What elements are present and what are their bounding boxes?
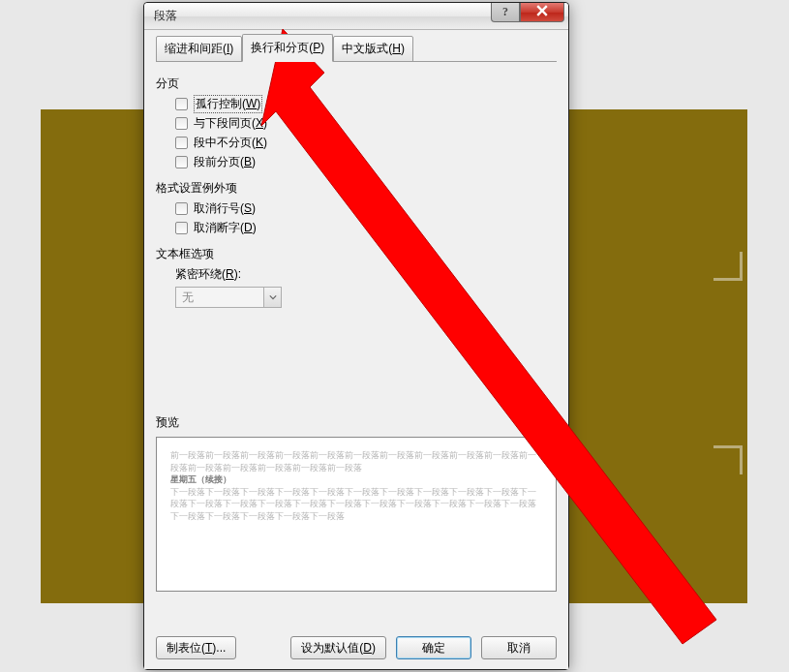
preview-current-text: 星期五（续接） xyxy=(170,473,542,486)
tab-indent-spacing[interactable]: 缩进和间距(I) xyxy=(156,36,242,62)
tab-line-page-breaks[interactable]: 换行和分页(P) xyxy=(242,34,333,62)
checkbox-keep-with-next-row[interactable]: 与下段同页(X) xyxy=(175,115,557,132)
paragraph-dialog: 段落 ? 缩进和间距(I) 换行和分页(P) 中文版式(H) xyxy=(143,2,569,670)
dialog-title: 段落 xyxy=(154,8,177,24)
checkbox-keep-lines-together[interactable] xyxy=(175,137,188,149)
dialog-body: 缩进和间距(I) 换行和分页(P) 中文版式(H) 分页 孤行控制(W) 与下段… xyxy=(144,30,568,669)
checkbox-page-break-before-row[interactable]: 段前分页(B) xyxy=(175,154,557,170)
group-format-exceptions-label: 格式设置例外项 xyxy=(156,180,557,197)
checkbox-widow-control-row[interactable]: 孤行控制(W) xyxy=(175,96,557,112)
crop-mark-bottom-right xyxy=(713,445,743,474)
crop-mark-top-right xyxy=(713,252,743,281)
checkbox-no-hyphenation-row[interactable]: 取消断字(D) xyxy=(175,220,557,236)
set-default-button[interactable]: 设为默认值(D) xyxy=(290,636,386,659)
tab-asian-typography[interactable]: 中文版式(H) xyxy=(333,36,413,62)
tabstops-button[interactable]: 制表位(T)... xyxy=(156,636,236,659)
preview-box: 前一段落前一段落前一段落前一段落前一段落前一段落前一段落前一段落前一段落前一段落… xyxy=(156,437,557,592)
tab-content: 分页 孤行控制(W) 与下段同页(X) 段中不分页(K) 段前分页(B) 格式设… xyxy=(156,61,557,625)
tight-wrap-dropdown-button[interactable] xyxy=(264,287,282,308)
help-button[interactable]: ? xyxy=(491,3,520,22)
checkbox-suppress-line-numbers-row[interactable]: 取消行号(S) xyxy=(175,200,557,217)
dialog-footer: 制表位(T)... 设为默认值(D) 确定 取消 xyxy=(156,636,557,659)
tight-wrap-dropdown[interactable]: 无 xyxy=(175,287,282,308)
close-icon xyxy=(536,5,548,19)
checkbox-keep-with-next[interactable] xyxy=(175,117,188,130)
checkbox-widow-control[interactable] xyxy=(175,98,188,110)
checkbox-no-hyphenation[interactable] xyxy=(175,222,188,234)
group-textbox-options-label: 文本框选项 xyxy=(156,246,557,262)
checkbox-page-break-before[interactable] xyxy=(175,156,188,168)
ok-button[interactable]: 确定 xyxy=(396,636,471,659)
group-pagination-label: 分页 xyxy=(156,76,557,92)
chevron-down-icon xyxy=(269,290,277,304)
tight-wrap-value: 无 xyxy=(175,287,264,308)
preview-label: 预览 xyxy=(156,414,557,431)
preview-after-text: 下一段落下一段落下一段落下一段落下一段落下一段落下一段落下一段落下一段落下一段落… xyxy=(170,486,542,523)
close-button[interactable] xyxy=(520,3,564,22)
tab-strip: 缩进和间距(I) 换行和分页(P) 中文版式(H) xyxy=(156,36,557,62)
help-icon: ? xyxy=(502,5,508,19)
titlebar[interactable]: 段落 ? xyxy=(144,3,568,30)
cancel-button[interactable]: 取消 xyxy=(481,636,557,659)
checkbox-keep-lines-together-row[interactable]: 段中不分页(K) xyxy=(175,135,557,151)
preview-before-text: 前一段落前一段落前一段落前一段落前一段落前一段落前一段落前一段落前一段落前一段落… xyxy=(170,449,542,473)
tight-wrap-label: 紧密环绕(R): xyxy=(175,266,557,283)
checkbox-suppress-line-numbers[interactable] xyxy=(175,202,188,215)
